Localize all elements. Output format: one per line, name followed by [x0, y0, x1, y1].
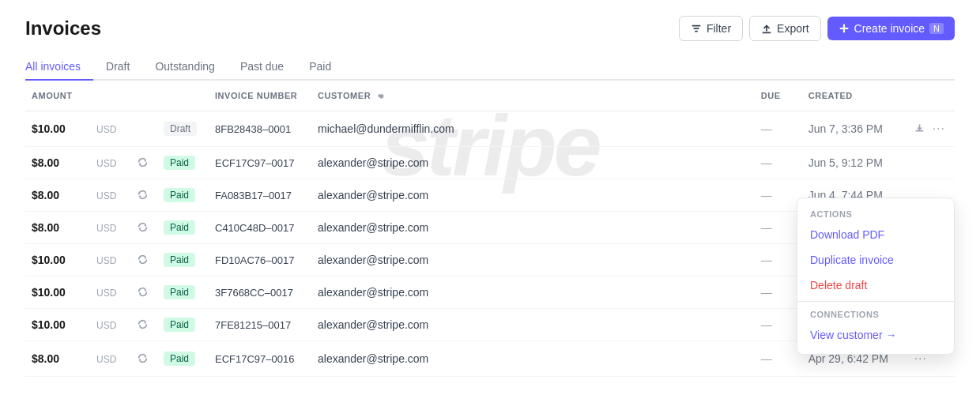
shortcut-badge: N: [929, 23, 944, 34]
table-row[interactable]: $8.00 USD Paid ECF17C97–0017 alexander@s…: [25, 147, 955, 179]
header-actions: Filter Export Create invoice N: [679, 16, 955, 41]
currency-cell: USD: [89, 212, 128, 244]
sync-cell: [128, 276, 157, 309]
tab-all-invoices[interactable]: All invoices: [25, 54, 93, 81]
table-header-row: AMOUNT INVOICE NUMBER CUSTOMER DUE: [25, 81, 955, 111]
due-cell: —: [755, 309, 802, 341]
download-button[interactable]: [911, 121, 928, 134]
currency-cell: USD: [89, 244, 128, 276]
tab-past-due[interactable]: Past due: [228, 54, 296, 81]
status-cell: Paid: [157, 179, 209, 212]
actions-section-label: ACTIONS: [797, 205, 954, 222]
sync-cell: [128, 244, 157, 276]
invoice-number-cell: ECF17C97–0017: [209, 147, 311, 179]
customer-cell: alexander@stripe.com: [311, 212, 755, 244]
filter-icon: [691, 23, 702, 34]
invoice-number-cell: 7FE81215–0017: [209, 309, 311, 341]
status-cell: Draft: [157, 111, 209, 147]
invoice-number-cell: 8FB28438–0001: [209, 111, 311, 147]
create-invoice-button[interactable]: Create invoice N: [827, 17, 955, 40]
sync-cell: [128, 111, 157, 147]
due-cell: —: [755, 341, 802, 377]
col-header-sync: [128, 81, 157, 111]
customer-cell: alexander@stripe.com: [311, 244, 755, 276]
customer-cell: alexander@stripe.com: [311, 309, 755, 341]
col-header-due: DUE: [755, 81, 802, 111]
sync-cell: [128, 341, 157, 377]
col-header-customer: CUSTOMER: [311, 81, 755, 111]
download-pdf-item[interactable]: Download PDF: [797, 222, 954, 247]
filter-button[interactable]: Filter: [679, 16, 743, 41]
amount-cell: $10.00: [25, 309, 89, 341]
due-cell: —: [755, 276, 802, 309]
status-cell: Paid: [157, 276, 209, 309]
invoice-number-cell: FD10AC76–0017: [209, 244, 311, 276]
invoices-page: stripe Invoices Filter Export: [0, 0, 980, 395]
tab-outstanding[interactable]: Outstanding: [142, 54, 228, 81]
currency-cell: USD: [89, 179, 128, 212]
dropdown-divider: [797, 301, 954, 302]
due-cell: —: [755, 179, 802, 212]
sync-cell: [128, 179, 157, 212]
customer-cell: michael@dundermifflin.com: [311, 111, 755, 147]
customer-cell: alexander@stripe.com: [311, 147, 755, 179]
status-cell: Paid: [157, 244, 209, 276]
tab-draft[interactable]: Draft: [93, 54, 142, 81]
amount-cell: $8.00: [25, 147, 89, 179]
created-cell: Jun 7, 3:36 PM: [802, 111, 905, 147]
page-title: Invoices: [25, 17, 101, 40]
currency-cell: USD: [89, 111, 128, 147]
action-cell: ···: [905, 111, 955, 147]
invoice-number-cell: FA083B17–0017: [209, 179, 311, 212]
sync-icon[interactable]: [134, 253, 151, 266]
due-cell: —: [755, 212, 802, 244]
status-cell: Paid: [157, 212, 209, 244]
view-customer-item[interactable]: View customer →: [797, 322, 954, 348]
sync-icon[interactable]: [134, 156, 151, 169]
currency-cell: USD: [89, 147, 128, 179]
currency-cell: USD: [89, 309, 128, 341]
currency-cell: USD: [89, 276, 128, 309]
row-menu-button[interactable]: ···: [929, 120, 948, 137]
sync-icon[interactable]: [134, 188, 151, 201]
created-cell: Jun 5, 9:12 PM: [802, 147, 905, 179]
duplicate-invoice-item[interactable]: Duplicate invoice: [797, 247, 954, 273]
status-cell: Paid: [157, 147, 209, 179]
status-cell: Paid: [157, 341, 209, 377]
col-header-amount: AMOUNT: [25, 81, 89, 111]
amount-cell: $8.00: [25, 341, 89, 377]
due-cell: —: [755, 244, 802, 276]
action-cell: [905, 147, 955, 179]
export-button[interactable]: Export: [749, 16, 820, 41]
delete-draft-item[interactable]: Delete draft: [797, 273, 954, 298]
customer-settings-icon[interactable]: [374, 90, 385, 101]
sync-cell: [128, 147, 157, 179]
invoice-number-cell: C410C48D–0017: [209, 212, 311, 244]
sync-icon[interactable]: [134, 318, 151, 331]
amount-cell: $10.00: [25, 244, 89, 276]
status-cell: Paid: [157, 309, 209, 341]
tab-paid[interactable]: Paid: [296, 54, 344, 81]
sync-icon[interactable]: [134, 220, 151, 234]
due-cell: —: [755, 111, 802, 147]
col-header-actions: [905, 81, 955, 111]
table-row[interactable]: $10.00 USD Draft 8FB28438–0001 michael@d…: [25, 111, 955, 147]
amount-cell: $10.00: [25, 111, 89, 147]
page-header: Invoices Filter Export: [25, 16, 955, 41]
invoice-tabs: All invoices Draft Outstanding Past due …: [25, 54, 955, 81]
col-header-currency: [89, 81, 128, 111]
sync-cell: [128, 309, 157, 341]
amount-cell: $10.00: [25, 276, 89, 309]
col-header-status: [157, 81, 209, 111]
customer-cell: alexander@stripe.com: [311, 341, 755, 377]
sync-icon[interactable]: [134, 285, 151, 299]
sync-icon[interactable]: [134, 352, 151, 365]
invoice-number-cell: 3F7668CC–0017: [209, 276, 311, 309]
amount-cell: $8.00: [25, 212, 89, 244]
context-menu: ACTIONS Download PDF Duplicate invoice D…: [797, 198, 955, 355]
connections-section-label: CONNECTIONS: [797, 305, 954, 322]
due-cell: —: [755, 147, 802, 179]
customer-cell: alexander@stripe.com: [311, 276, 755, 309]
plus-icon: [839, 23, 850, 34]
sync-cell: [128, 212, 157, 244]
